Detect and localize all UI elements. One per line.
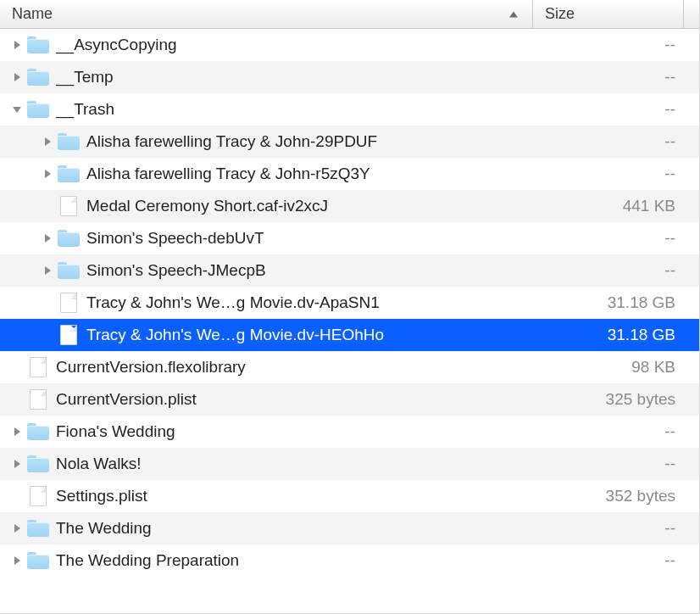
table-row[interactable]: __Trash-- (0, 93, 699, 126)
item-name: Alisha farewelling Tracy & John-r5zQ3Y (86, 165, 548, 183)
item-name: __Trash (56, 100, 548, 119)
table-row[interactable]: Fiona's Wedding-- (0, 416, 699, 448)
item-name: Fiona's Wedding (56, 422, 548, 441)
item-name: Settings.plist (56, 487, 548, 505)
table-row[interactable]: CurrentVersion.plist325 bytes (0, 383, 699, 416)
table-row[interactable]: CurrentVersion.flexolibrary98 KB (0, 351, 699, 383)
item-name: Nola Walks! (56, 455, 548, 473)
item-name: Tracy & John's We…g Movie.dv-HEOhHo (86, 326, 548, 344)
folder-icon (25, 552, 51, 569)
disclosure-triangle-icon[interactable] (39, 233, 56, 243)
file-icon (25, 486, 51, 506)
item-size: 352 bytes (548, 487, 675, 505)
file-icon (25, 389, 51, 410)
table-row[interactable]: Tracy & John's We…g Movie.dv-ApaSN131.18… (0, 287, 699, 319)
item-name: Alisha farewelling Tracy & John-29PDUF (86, 132, 548, 151)
table-row[interactable]: __AsyncCopying-- (0, 29, 699, 61)
table-row[interactable]: Tracy & John's We…g Movie.dv-HEOhHo31.18… (0, 319, 699, 351)
item-size: -- (548, 68, 675, 87)
folder-icon (25, 69, 51, 86)
item-size: -- (548, 422, 675, 441)
item-name: __AsyncCopying (56, 36, 548, 54)
table-row[interactable]: Alisha farewelling Tracy & John-29PDUF-- (0, 126, 699, 158)
disclosure-triangle-icon[interactable] (8, 555, 25, 566)
folder-icon (56, 133, 81, 150)
item-size: -- (548, 519, 675, 538)
table-row[interactable]: Settings.plist352 bytes (0, 480, 699, 512)
item-size: -- (548, 551, 675, 570)
folder-icon (25, 101, 51, 118)
item-size: 31.18 GB (548, 293, 675, 312)
folder-icon (56, 165, 81, 182)
disclosure-triangle-icon[interactable] (8, 40, 25, 50)
item-size: -- (548, 132, 675, 151)
item-size: -- (548, 36, 675, 54)
item-name: Simon's Speech-JMecpB (86, 261, 548, 280)
item-name: The Wedding Preparation (56, 551, 548, 570)
disclosure-triangle-icon[interactable] (8, 427, 25, 437)
item-name: The Wedding (56, 519, 548, 538)
disclosure-triangle-icon[interactable] (39, 169, 56, 179)
column-header-name[interactable]: Name (0, 0, 533, 28)
folder-icon (25, 423, 51, 440)
file-icon (25, 357, 51, 377)
column-header-size[interactable]: Size (533, 0, 684, 28)
disclosure-triangle-icon[interactable] (8, 105, 25, 114)
file-icon (56, 325, 81, 345)
item-size: 31.18 GB (548, 326, 675, 344)
disclosure-triangle-icon[interactable] (8, 72, 25, 82)
table-row[interactable]: Simon's Speech-JMecpB-- (0, 254, 699, 287)
column-header-name-label: Name (12, 5, 53, 23)
folder-icon (56, 230, 81, 247)
file-list-window: Name Size __AsyncCopying--__Temp--__Tras… (0, 0, 700, 614)
file-list-body[interactable]: __AsyncCopying--__Temp--__Trash--Alisha … (0, 29, 699, 614)
table-row[interactable]: __Temp-- (0, 61, 699, 93)
folder-icon (25, 520, 51, 537)
disclosure-triangle-icon[interactable] (39, 265, 56, 276)
item-size: 98 KB (548, 358, 675, 377)
file-icon (56, 196, 81, 216)
folder-icon (25, 36, 51, 53)
item-name: __Temp (56, 68, 548, 87)
disclosure-triangle-icon[interactable] (8, 459, 25, 469)
table-row[interactable]: Alisha farewelling Tracy & John-r5zQ3Y-- (0, 158, 699, 190)
table-row[interactable]: The Wedding-- (0, 512, 699, 544)
item-name: CurrentVersion.flexolibrary (56, 358, 548, 377)
table-row[interactable]: Medal Ceremony Short.caf-iv2xcJ441 KB (0, 190, 699, 222)
column-header-scrollgutter (684, 0, 699, 28)
item-size: -- (548, 165, 675, 183)
folder-icon (25, 455, 51, 472)
item-size: -- (548, 261, 675, 280)
item-size: -- (548, 100, 675, 119)
table-row[interactable]: Simon's Speech-debUvT-- (0, 222, 699, 254)
item-size: -- (548, 229, 675, 248)
disclosure-triangle-icon[interactable] (39, 137, 56, 147)
folder-icon (56, 262, 81, 279)
item-name: Simon's Speech-debUvT (86, 229, 548, 248)
item-size: -- (548, 455, 675, 473)
item-name: Medal Ceremony Short.caf-iv2xcJ (86, 197, 548, 215)
column-header: Name Size (0, 0, 699, 29)
item-size: 325 bytes (548, 390, 675, 409)
item-name: Tracy & John's We…g Movie.dv-ApaSN1 (86, 293, 548, 312)
file-icon (56, 293, 81, 313)
table-row[interactable]: Nola Walks!-- (0, 448, 699, 480)
item-name: CurrentVersion.plist (56, 390, 548, 409)
sort-ascending-icon (508, 10, 519, 18)
column-header-size-label: Size (545, 5, 575, 23)
item-size: 441 KB (548, 197, 675, 215)
table-row[interactable]: The Wedding Preparation-- (0, 544, 699, 577)
disclosure-triangle-icon[interactable] (8, 523, 25, 533)
